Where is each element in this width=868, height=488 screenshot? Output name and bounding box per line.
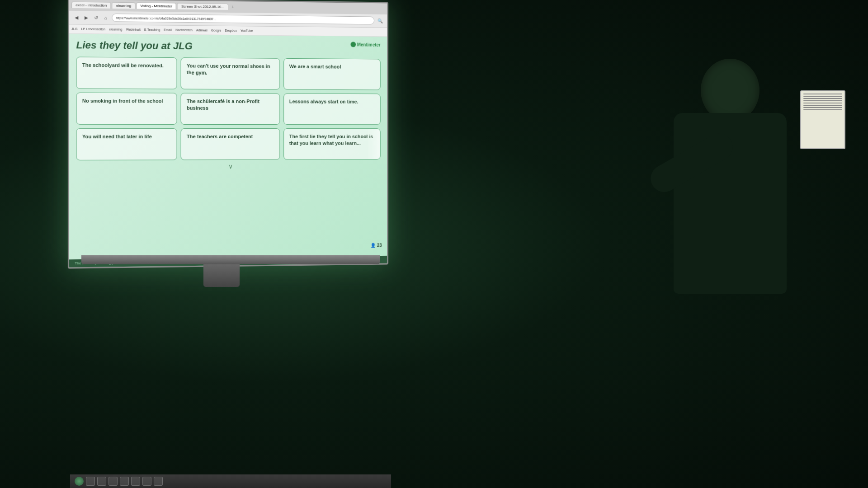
bookmark-elearning[interactable]: elearning [109,28,122,31]
projector-screen: excel - introduction elearning Voting - … [68,0,388,269]
notice-line-7 [803,107,842,108]
screen-frame-bottom [81,255,380,264]
card-schuelercafe: The schülercafé is a non-Profit business [181,93,280,125]
screen-stand [203,264,240,287]
card-lessons: Lessons always start on time. [283,93,381,125]
card-teachers: The teachers are competent [181,128,280,160]
card-later-life-text: You will need that later in life [82,133,152,141]
card-first-lie-text: The first lie they tell you in school is… [289,133,375,147]
participant-number: 23 [377,243,382,248]
bookmark-youtube[interactable]: YouTube [241,29,253,32]
taskbar-item-7[interactable] [154,477,163,486]
card-schuelercafe-text: The schülercafé is a non-Profit business [187,98,274,112]
card-smart-school-text: We are a smart school [289,63,341,70]
bookmark-dropbox[interactable]: Dropbox [225,29,236,32]
bookmark-jlg[interactable]: JLG [71,27,77,30]
tab-voting[interactable]: Voting - Mentimeter [136,3,176,9]
card-teachers-text: The teachers are competent [187,133,253,140]
card-lessons-text: Lessons always start on time. [289,98,359,105]
tab-excel[interactable]: excel - introduction [71,2,111,9]
scroll-down-indicator[interactable]: ∨ [76,162,380,170]
taskbar-item-5[interactable] [131,477,140,486]
taskbar-item-2[interactable] [97,477,106,486]
reload-button[interactable]: ↺ [92,14,99,21]
card-schoolyard: The schoolyard will be renovated. [76,57,177,89]
bookmark-admwei[interactable]: Admwei [196,28,208,32]
taskbar-item-4[interactable] [120,477,129,486]
add-tab-button[interactable]: + [229,4,236,10]
menti-logo: Mentimeter [350,42,380,47]
card-first-lie: The first lie they tell you in school is… [283,128,381,160]
card-smoking: No smoking in front of the school [76,93,177,125]
back-button[interactable]: ◀ [73,14,80,21]
participant-icon: 👤 [370,243,376,248]
tab-screenshot[interactable]: Screen-Shot-2012-05-10... [177,3,228,10]
bookmark-webinhalt[interactable]: WebInhalt [126,28,141,31]
notice-line-5 [803,103,842,103]
card-smoking-text: No smoking in front of the school [82,98,163,105]
bookmark-nachrichten[interactable]: Nachrichten [175,28,193,32]
notice-line-3 [803,98,842,99]
card-schoolyard-text: The schoolyard will be renovated. [82,62,164,70]
taskbar-item-1[interactable] [86,477,95,486]
bookmark-google[interactable]: Google [211,29,222,32]
tab-elearning[interactable]: elearning [112,2,136,9]
bookmark-eteaching[interactable]: E-Teaching [144,28,160,31]
notice-line-6 [803,105,842,106]
forward-button[interactable]: ▶ [83,14,90,21]
taskbar-item-6[interactable] [142,477,151,486]
card-shoes-text: You can't use your normal shoes in the g… [187,62,274,77]
mentimeter-content: Lies they tell you at JLG Mentimeter The… [69,34,387,267]
search-button[interactable]: 🔍 [377,17,384,24]
menti-header: Lies they tell you at JLG Mentimeter [76,39,380,54]
participant-count: 👤 23 [370,243,382,248]
bookmark-email[interactable]: Email [164,28,172,32]
browser-chrome: excel - introduction elearning Voting - … [69,0,387,28]
page-title: Lies they tell you at JLG [76,39,192,52]
notice-line-4 [803,100,842,101]
person-head [701,59,760,122]
bookmark-lebenszeiten[interactable]: LP Lebenszeiten [81,28,105,31]
card-shoes: You can't use your normal shoes in the g… [181,57,280,89]
home-button[interactable]: ⌂ [102,14,109,21]
notice-line-2 [803,96,842,97]
cards-grid: The schoolyard will be renovated. You ca… [76,57,380,160]
notice-line-1 [803,94,842,94]
taskbar-item-3[interactable] [108,477,118,486]
mentimeter-logo-icon [350,42,356,47]
wall-notice [800,90,845,149]
card-later-life: You will need that later in life [76,128,177,160]
notice-line-8 [803,109,842,110]
start-button[interactable] [75,477,84,486]
taskbar [70,474,391,488]
address-bar[interactable]: https://www.mentimeter.com/s/d4a028e5de2… [112,14,374,24]
card-smart-school: We are a smart school [283,58,381,90]
